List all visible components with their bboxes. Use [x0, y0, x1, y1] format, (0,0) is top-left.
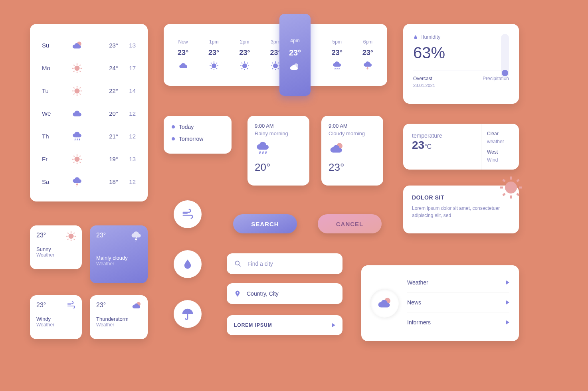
location-input[interactable]: Country, City [227, 283, 343, 304]
low-temp: 13 [118, 42, 136, 49]
morning-time: 9:00 AM [255, 123, 302, 129]
low-temp: 12 [118, 133, 136, 140]
weekly-row[interactable]: Fr 19° 13 [42, 148, 136, 170]
sun-pink-icon [71, 63, 83, 73]
low-temp: 13 [118, 156, 136, 162]
small-sub: Weather [36, 252, 75, 258]
morning-time: 9:00 AM [329, 123, 376, 129]
hour-time: 2pm [240, 39, 249, 45]
low-temp: 12 [118, 110, 136, 117]
hour-item[interactable]: 1pm 23° [198, 24, 229, 86]
weekly-row[interactable]: Th 21° 12 [42, 125, 136, 148]
partly-cloudy-icon [376, 296, 392, 310]
partly-cloudy-icon [131, 301, 142, 310]
sun-icon [499, 176, 523, 199]
small-cond: Sunny [36, 246, 75, 252]
pin-icon [234, 289, 241, 298]
high-temp: 24° [91, 65, 118, 71]
low-temp: 14 [118, 87, 136, 94]
high-temp: 18° [91, 178, 118, 185]
hour-time: Now [178, 39, 188, 45]
storm-icon [363, 61, 372, 71]
drop-icon [182, 258, 193, 271]
day-label: We [42, 110, 63, 117]
dolor-card: DOLOR SIT Lorem ipsum dolor sit amet, co… [403, 186, 519, 233]
location-text: Country, City [247, 290, 279, 297]
humidity-slider[interactable] [501, 34, 509, 78]
morning-cond: Cloudy morning [329, 130, 376, 136]
storm-icon [130, 231, 142, 242]
weekly-row[interactable]: Mo 24° 17 [42, 57, 136, 79]
hour-temp: 23° [239, 49, 250, 57]
small-cond: Thunderstorm [96, 316, 141, 322]
hour-temp: 23° [362, 49, 373, 57]
drop-round-button[interactable] [174, 250, 202, 278]
hour-time: 1pm [209, 39, 218, 45]
morning-card-rainy[interactable]: 9:00 AM Rainy morning 20° [247, 116, 309, 186]
partly-cloudy-icon [329, 141, 344, 156]
high-temp: 21° [91, 133, 118, 140]
temp-label: temperature [412, 132, 472, 139]
menu-item[interactable]: Informers [407, 312, 509, 332]
sun-icon [209, 61, 219, 71]
menu-weather-button[interactable] [370, 289, 399, 318]
hour-time: 4pm [290, 38, 299, 43]
menu-item[interactable]: News [407, 292, 509, 312]
wind-label: Wind [487, 157, 513, 163]
cancel-button[interactable]: CANCEL [318, 214, 382, 233]
morning-card-cloudy[interactable]: 9:00 AM Cloudy morning 23° [321, 116, 383, 186]
cloud-icon [71, 109, 83, 119]
lorem-label: LOREM IPSUM [234, 322, 272, 328]
menu-label: News [407, 299, 421, 306]
legend-today[interactable]: Today [172, 124, 224, 130]
umbrella-round-button[interactable] [174, 300, 202, 328]
lorem-button[interactable]: LOREM IPSUM [227, 315, 343, 335]
menu-label: Weather [407, 279, 428, 286]
small-cond: Windy [36, 316, 75, 322]
small-cloudy-card[interactable]: 23° Mainly cloudy Weather [90, 225, 148, 283]
small-windy-card[interactable]: 23° Windy Weather [30, 295, 82, 339]
hour-item[interactable]: 6pm 23° [352, 24, 383, 86]
partly-cloudy-icon [289, 62, 301, 72]
weather-label: weather [487, 139, 513, 144]
search-icon [234, 260, 242, 268]
low-temp: 17 [118, 65, 136, 71]
legend-tomorrow[interactable]: Tomorrow [172, 136, 224, 142]
high-temp: 23° [91, 42, 118, 49]
menu-card: Weather News Informers [361, 265, 519, 341]
chevron-right-icon [506, 300, 509, 304]
sun-icon [240, 61, 249, 71]
weekly-row[interactable]: We 20° 12 [42, 102, 136, 125]
rain-icon [71, 131, 83, 142]
menu-item[interactable]: Weather [407, 273, 509, 292]
sun-icon [66, 231, 76, 241]
weekly-row[interactable]: Su 23° 13 [42, 34, 136, 57]
humidity-card: Humidity 63% Overcast Precipitation 23.0… [403, 24, 519, 104]
condition-label: Overcast [413, 76, 432, 81]
temp-value: 23°C [412, 139, 472, 152]
hour-time: 6pm [363, 39, 372, 45]
small-thunder-card[interactable]: 23° Thunderstorm Weather [90, 295, 148, 339]
hour-item[interactable]: Now 23° [168, 24, 198, 86]
hourly-selected-item[interactable]: 4pm 23° [279, 14, 311, 96]
chevron-right-icon [506, 280, 509, 284]
humidity-value: 63% [413, 44, 509, 62]
hour-item[interactable]: 2pm 23° [229, 24, 260, 86]
hour-temp: 23° [332, 49, 343, 57]
humidity-label: Humidity [413, 34, 509, 40]
weekly-row[interactable]: Tu 22° 14 [42, 79, 136, 102]
wind-icon [66, 301, 76, 310]
small-sub: Weather [36, 322, 75, 328]
city-placeholder: Find a city [247, 261, 273, 267]
day-label: Th [42, 133, 63, 140]
search-button[interactable]: SEARCH [233, 214, 297, 233]
wind-round-button[interactable] [174, 200, 202, 228]
small-sunny-card[interactable]: 23° Sunny Weather [30, 225, 82, 269]
city-search-input[interactable]: Find a city [227, 253, 343, 274]
high-temp: 19° [91, 156, 118, 162]
weekly-forecast-card: Su 23° 13 Mo 24° 17 Tu 22° 14 We 20° 12 … [30, 24, 148, 201]
rain-icon [255, 141, 271, 156]
hour-item[interactable]: 5pm 23° [322, 24, 352, 86]
weekly-row[interactable]: Sa 18° 12 [42, 170, 136, 193]
high-temp: 22° [91, 87, 118, 94]
